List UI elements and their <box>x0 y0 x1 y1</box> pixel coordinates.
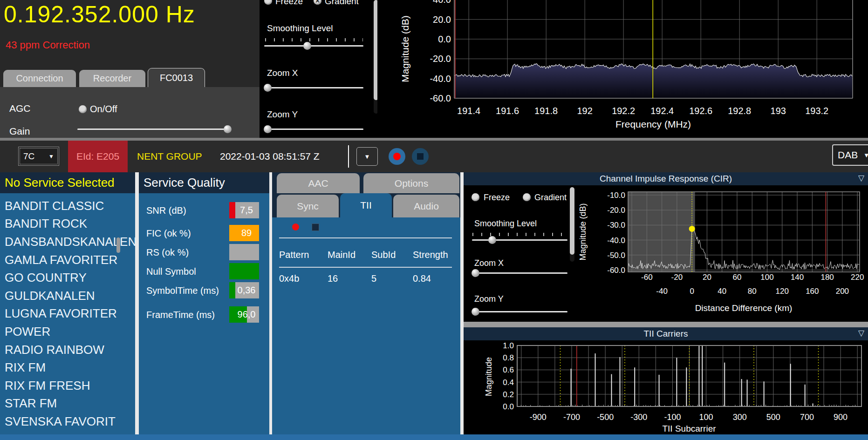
service-list-item[interactable]: GULDKANALEN <box>0 287 135 305</box>
cir-zoomx-label: Zoom X <box>474 258 504 268</box>
service-list-scrollbar-thumb[interactable] <box>116 237 120 253</box>
mode-select[interactable]: DAB ▼ <box>832 144 868 166</box>
bottom-strip <box>0 434 868 440</box>
svg-text:40: 40 <box>718 287 726 296</box>
cir-scrollbar-thumb[interactable] <box>570 187 574 255</box>
svg-text:191.8: 191.8 <box>534 106 558 116</box>
zoomx-slider-track[interactable] <box>264 87 363 88</box>
svg-text:Magnitude (dB): Magnitude (dB) <box>578 203 588 260</box>
stop-button[interactable] <box>412 148 429 165</box>
quality-row-fic: FIC (ok %) 89 <box>139 225 269 242</box>
svg-text:20.0: 20.0 <box>433 14 451 25</box>
controls-scrollbar-thumb[interactable] <box>374 0 377 100</box>
smoothing-slider-track[interactable] <box>264 45 363 47</box>
gain-slider-thumb[interactable] <box>224 125 232 133</box>
gradient-checkbox[interactable]: ✕ <box>314 0 321 5</box>
ensemble-id-badge: EId: E205 <box>68 141 128 172</box>
cir-zoomy-thumb[interactable] <box>472 308 479 316</box>
smoothing-slider-thumb[interactable] <box>303 42 311 50</box>
service-list-item[interactable]: POWER <box>0 323 135 341</box>
panel-divider <box>135 172 139 434</box>
service-list-item[interactable]: GAMLA FAVORITER <box>0 251 135 269</box>
symboltime-bar: 0,36 <box>229 282 259 298</box>
svg-text:100: 100 <box>760 273 773 282</box>
channel-select[interactable]: 7C ▼ <box>18 147 59 166</box>
zoomx-slider-thumb[interactable] <box>264 84 272 92</box>
status-bar: 7C ▼ EId: E205 NENT GROUP 2022-01-03 08:… <box>0 141 868 172</box>
tab-audio[interactable]: Audio <box>393 195 459 217</box>
cell-mainid: 16 <box>328 273 338 284</box>
cir-tii-divider <box>464 322 868 327</box>
svg-text:0.8: 0.8 <box>503 353 514 362</box>
svg-text:1.0: 1.0 <box>503 341 514 350</box>
svg-text:-60.0: -60.0 <box>607 266 625 275</box>
tab-fc0013[interactable]: FC0013 <box>148 68 205 87</box>
record-button[interactable] <box>389 148 405 165</box>
svg-text:140: 140 <box>791 273 804 282</box>
zoomy-slider-track[interactable] <box>264 129 363 130</box>
frametime-bar: 96,0 <box>229 306 259 323</box>
chevron-down-icon: ▼ <box>48 153 54 160</box>
tab-connection[interactable]: Connection <box>3 70 76 87</box>
app-window: 0.192.352.000 Hz 43 ppm Correction Conne… <box>0 0 868 440</box>
service-list-item[interactable]: RIX FM FRESH <box>0 377 135 395</box>
service-list-item[interactable]: LUGNA FAVORITER <box>0 305 135 323</box>
cir-gradient-radio[interactable] <box>523 193 531 201</box>
freeze-radio[interactable] <box>264 0 272 5</box>
cir-smoothing-thumb[interactable] <box>488 236 496 244</box>
svg-text:700: 700 <box>800 413 814 422</box>
svg-text:500: 500 <box>766 413 780 422</box>
svg-text:Magnitude (dB): Magnitude (dB) <box>400 15 410 82</box>
tab-aac[interactable]: AAC <box>277 173 360 193</box>
record-options-dropdown[interactable]: ▼ <box>356 147 378 166</box>
quality-row-frametime: FrameTime (ms) 96,0 <box>139 306 269 323</box>
cir-zoomx-track[interactable] <box>472 272 567 274</box>
tab-options[interactable]: Options <box>363 173 459 193</box>
tab-tii[interactable]: TII <box>340 193 392 217</box>
zoomx-label: Zoom X <box>267 68 298 78</box>
svg-text:Magnitude: Magnitude <box>484 357 493 396</box>
svg-text:-40: -40 <box>656 287 668 296</box>
zoomy-slider-thumb[interactable] <box>264 125 272 133</box>
service-list-item[interactable]: SVENSKA FAVORIT <box>0 413 135 431</box>
svg-text:100: 100 <box>699 413 713 422</box>
cir-title: Channel Impulse Response (CIR) <box>600 174 732 184</box>
service-list-item[interactable]: GO COUNTRY <box>0 269 135 287</box>
tii-chart-svg: 1.00.80.60.40.20.0-900-700-500-300-10010… <box>464 340 868 434</box>
collapse-triangle-icon[interactable]: ▽ <box>858 328 864 338</box>
controls-scrollbar[interactable] <box>374 0 377 114</box>
svg-text:-50.0: -50.0 <box>607 251 625 260</box>
collapse-triangle-icon[interactable]: ▽ <box>858 173 864 183</box>
cir-scrollbar[interactable] <box>570 187 574 262</box>
decoder-tabs-panel: AAC Options Sync TII Audio Pattern MainI… <box>272 172 460 434</box>
tab-sync[interactable]: Sync <box>277 195 339 217</box>
cir-zoomy-track[interactable] <box>472 311 567 312</box>
svg-text:192.8: 192.8 <box>728 106 751 116</box>
agc-onoff-radio[interactable] <box>79 105 87 113</box>
ppm-correction-label: 43 ppm Correction <box>6 39 90 51</box>
ensemble-name: NENT GROUP <box>137 141 202 172</box>
svg-text:TII Subcarrier: TII Subcarrier <box>662 424 716 433</box>
svg-text:-60.0: -60.0 <box>430 93 451 103</box>
service-list-item[interactable]: DANSBANDSKANALEN <box>0 233 135 251</box>
svg-text:200: 200 <box>836 287 849 296</box>
gain-slider-track[interactable] <box>77 129 228 130</box>
service-list-item[interactable]: BANDIT ROCK <box>0 215 135 233</box>
cir-smoothing-track[interactable] <box>472 239 567 241</box>
service-list-item[interactable]: RIX FM <box>0 359 135 377</box>
tuner-tab-content: AGC On/Off Gain <box>0 87 260 138</box>
cir-freeze-radio[interactable] <box>472 193 479 201</box>
quality-row-rs: RS (ok %) <box>139 244 269 261</box>
tab-recorder[interactable]: Recorder <box>79 70 145 87</box>
cir-smoothing-ticks <box>472 233 567 236</box>
col-header-subid: SubId <box>371 250 396 260</box>
quality-row-symboltime: SymbolTime (ms) 0,36 <box>139 282 269 299</box>
service-list-item[interactable]: STAR FM <box>0 395 135 413</box>
svg-text:40.0: 40.0 <box>433 0 451 5</box>
service-list-item[interactable]: BANDIT CLASSIC <box>0 197 135 215</box>
service-list-item[interactable]: RADIO RAINBOW <box>0 341 135 359</box>
svg-text:20: 20 <box>703 273 711 282</box>
cir-zoomx-thumb[interactable] <box>472 269 479 277</box>
svg-text:-60: -60 <box>641 273 653 282</box>
frequency-display: 0.192.352.000 Hz <box>4 1 195 28</box>
